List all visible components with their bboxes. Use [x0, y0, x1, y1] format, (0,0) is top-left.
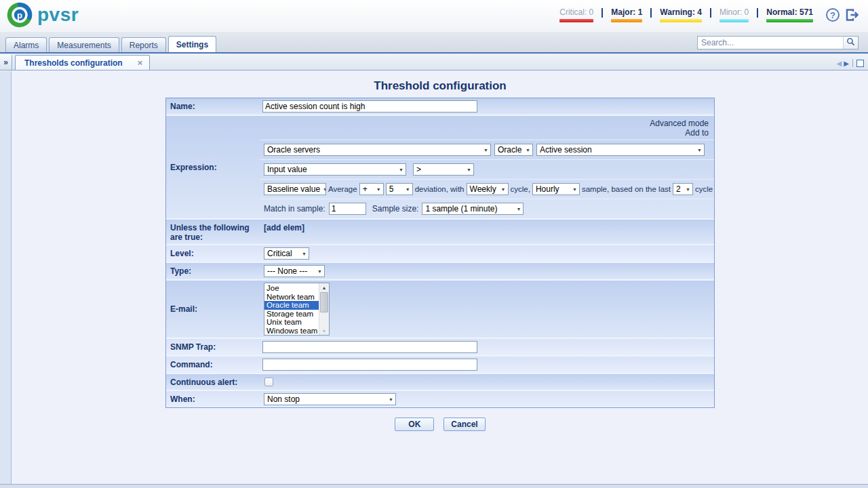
type-select[interactable]: --- None ---▼ [264, 265, 325, 277]
chevron-down-icon: ▼ [572, 187, 577, 192]
email-option[interactable]: Network team [264, 293, 319, 302]
email-option[interactable]: Storage team [264, 310, 319, 319]
level-select[interactable]: Critical▼ [264, 247, 309, 260]
advanced-mode-link[interactable]: Advanced mode [650, 119, 709, 128]
snmp-trap-input[interactable] [262, 341, 477, 353]
form-actions: OK Cancel [12, 418, 868, 431]
maximize-icon[interactable] [856, 60, 864, 67]
pvsr-logo: p pvsr [7, 2, 79, 30]
expression-sample-row: Match in sample: Sample size: 1 sample (… [260, 199, 714, 218]
status-major-text: Major: 1 [611, 7, 642, 17]
form-row-command: Command: [166, 355, 714, 373]
tab-settings-label: Settings [176, 40, 208, 49]
tab-reports[interactable]: Reports [121, 37, 166, 52]
status-warning[interactable]: Warning: 4 [660, 7, 702, 22]
chevron-down-icon: ▼ [323, 187, 326, 192]
when-label: When: [166, 391, 260, 407]
chevron-down-icon: ▼ [516, 207, 521, 211]
status-normal[interactable]: Normal: 571 [766, 7, 813, 22]
measurement-select[interactable]: Active session▼ [536, 144, 705, 156]
status-major[interactable]: Major: 1 [611, 7, 642, 22]
tab-measurements[interactable]: Measurements [49, 37, 119, 52]
form-row-type: Type: --- None ---▼ [166, 262, 714, 279]
email-listbox[interactable]: Joe Network team Oracle team Storage tea… [264, 283, 330, 336]
scroll-tabs-left-icon[interactable]: ◀ [837, 60, 842, 67]
tab-alarms-label: Alarms [14, 41, 39, 50]
equipment-select[interactable]: Oracle▼ [494, 144, 533, 156]
email-option[interactable]: Windows team [264, 327, 319, 336]
sub-tab-bar: » Thresholds configuration × ◀ ▶ [0, 55, 868, 70]
unless-label: Unless the following are true: [166, 220, 260, 244]
main-panel: Threshold configuration Name: Expression… [12, 71, 868, 484]
chevron-down-icon: ▼ [484, 148, 488, 152]
sample-size-select[interactable]: 1 sample (1 minute)▼ [422, 203, 524, 215]
cycle-suffix-text: cycle [695, 185, 713, 193]
match-in-sample-input[interactable] [329, 203, 366, 215]
chevron-down-icon: ▼ [376, 187, 381, 192]
alarm-status-summary: Critical: 0 Major: 1 Warning: 4 Minor: 0… [557, 7, 860, 24]
status-minor[interactable]: Minor: 0 [719, 7, 749, 22]
deviation-count-select[interactable]: 5▼ [386, 183, 413, 195]
scroll-up-icon[interactable]: ▲ [319, 283, 329, 291]
operator-select[interactable]: >▼ [413, 163, 474, 176]
email-option[interactable]: Unix team [264, 318, 319, 327]
sample-text: sample, based on the last [582, 185, 671, 193]
command-input[interactable] [262, 359, 477, 371]
svg-text:p: p [17, 9, 22, 20]
cycle-type-select[interactable]: Weekly▼ [467, 183, 509, 195]
form-row-expression: Expression: Advanced mode Add to Oracle … [166, 115, 714, 218]
subtab-thresholds-configuration[interactable]: Thresholds configuration × [15, 55, 150, 70]
threshold-form: Name: Expression: Advanced mode Add to O… [165, 98, 715, 408]
status-divider [710, 8, 711, 18]
equipment-group-select[interactable]: Oracle servers▼ [264, 144, 491, 156]
expression-baseline-row: Baseline value▼ Average +▼ 5▼ deviation,… [260, 179, 714, 199]
chevron-down-icon: ▼ [501, 187, 506, 192]
chevron-down-icon: ▼ [317, 269, 322, 274]
continuous-alert-label: Continuous alert: [166, 374, 260, 390]
status-critical[interactable]: Critical: 0 [559, 7, 593, 22]
tab-settings[interactable]: Settings [168, 36, 216, 52]
chevron-down-icon: ▼ [406, 187, 410, 192]
close-icon[interactable]: × [138, 58, 143, 67]
status-critical-bar [559, 19, 593, 22]
scroll-down-icon[interactable]: ▼ [319, 327, 329, 335]
email-label: E-mail: [166, 281, 260, 338]
expression-links: Advanced mode Add to [260, 116, 714, 140]
continuous-alert-checkbox[interactable] [264, 378, 273, 386]
add-elem-link[interactable]: [add elem] [264, 223, 304, 232]
status-normal-bar [766, 19, 813, 22]
status-divider [650, 8, 652, 18]
form-row-unless: Unless the following are true: [add elem… [166, 218, 714, 244]
sample-type-select[interactable]: Hourly▼ [532, 183, 580, 195]
name-input[interactable] [262, 100, 477, 113]
sign-select[interactable]: +▼ [359, 183, 384, 195]
email-option-selected[interactable]: Oracle team [264, 301, 319, 310]
add-to-link[interactable]: Add to [685, 128, 709, 138]
expand-panel-button[interactable]: » [0, 55, 12, 70]
logout-icon[interactable] [845, 8, 860, 24]
pvsr-swirl-icon: p [7, 2, 33, 30]
baseline-source-select[interactable]: Baseline value▼ [264, 183, 326, 195]
cancel-button[interactable]: Cancel [443, 418, 485, 431]
scroll-tabs-right-icon[interactable]: ▶ [844, 60, 849, 67]
email-listbox-scrollbar[interactable]: ▲ ▼ [319, 283, 329, 335]
chevron-down-icon: ▼ [467, 167, 471, 172]
cycle-text: cycle, [511, 185, 530, 193]
ok-button[interactable]: OK [395, 418, 434, 431]
collapsed-side-panel[interactable] [0, 71, 12, 484]
search-button[interactable] [843, 37, 858, 49]
tab-reports-label: Reports [130, 41, 158, 50]
form-row-continuous-alert: Continuous alert: [166, 373, 714, 390]
search-input[interactable] [698, 38, 843, 47]
when-select[interactable]: Non stop▼ [264, 393, 396, 405]
status-divider [757, 8, 758, 18]
chevron-down-icon: ▼ [302, 251, 307, 256]
help-icon[interactable]: ? [826, 8, 840, 22]
tab-alarms[interactable]: Alarms [5, 37, 47, 52]
value-source-select[interactable]: Input value▼ [264, 163, 406, 176]
scrollbar-thumb[interactable] [320, 292, 328, 312]
last-count-select[interactable]: 2▼ [673, 183, 693, 195]
email-option[interactable]: Joe [264, 284, 319, 293]
expression-label: Expression: [166, 116, 260, 218]
app-header: p pvsr Critical: 0 Major: 1 Warning: 4 M… [0, 0, 868, 32]
